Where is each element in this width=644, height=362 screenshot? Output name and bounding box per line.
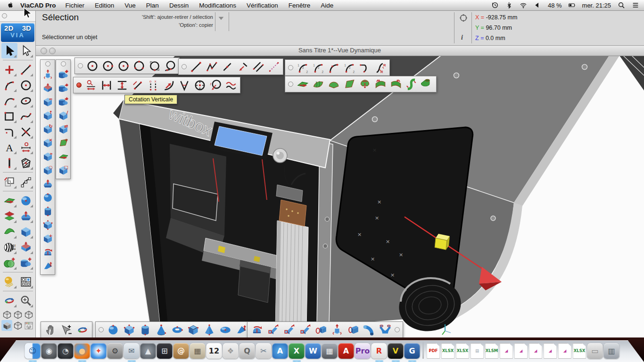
dock-disk-image[interactable]: ▭ (587, 343, 603, 359)
solid-branch[interactable] (377, 322, 393, 337)
segment-tool[interactable] (1, 155, 17, 171)
dock-calculator[interactable]: ▦ (322, 343, 338, 359)
solid-extrude-1[interactable] (265, 322, 281, 337)
dock-chart-document-1[interactable]: ◢ (500, 343, 513, 359)
dock-launchpad[interactable]: ▲ (140, 343, 156, 359)
hatch-tool[interactable] (18, 155, 34, 171)
solid-add-material-tool[interactable]: + (41, 232, 54, 246)
slice-solid-tool[interactable]: ∕ (57, 109, 70, 123)
toolbar-grip[interactable] (395, 327, 400, 332)
draft-analysis-tool[interactable] (18, 239, 34, 255)
dock-quicktime[interactable]: Q (239, 343, 255, 359)
planar-surfaces-tool[interactable] (1, 208, 17, 224)
line-polyline[interactable] (204, 59, 219, 74)
circle-tool[interactable] (18, 77, 34, 93)
circle-center-radius[interactable] (100, 58, 116, 73)
boolean-subtract-tool[interactable]: − (57, 82, 70, 95)
stitch-surfaces-tool[interactable]: + (57, 136, 70, 150)
primitive-sphere[interactable] (105, 322, 121, 337)
arc-start-end[interactable] (326, 60, 341, 75)
menu-fenetre[interactable]: Fenêtre (289, 2, 311, 9)
dock-finder[interactable]: ☺ (25, 343, 41, 359)
dock-excel-document-1[interactable]: XLSX (441, 343, 455, 359)
line-parallel[interactable] (250, 59, 266, 74)
palette-grip[interactable] (2, 13, 7, 18)
boolean-curves-tool[interactable] (1, 255, 17, 271)
dock-excel-document-3[interactable]: XLSX (573, 343, 586, 359)
menu-verification[interactable]: Vérification (247, 2, 278, 9)
orbit-tool[interactable] (74, 322, 91, 337)
shell-solid-tool[interactable]: ○ (41, 164, 54, 177)
menu-aide[interactable]: Aide (321, 2, 333, 9)
orbit-view-tool[interactable] (1, 293, 17, 308)
menu-dessin[interactable]: Dessin (169, 2, 189, 9)
primitive-cone[interactable] (153, 322, 169, 337)
arc-tool[interactable] (1, 77, 17, 93)
solid-revolve[interactable] (249, 322, 265, 337)
toolbar-grip[interactable] (288, 65, 293, 70)
zebra-analysis-tool[interactable]: G1G2 (1, 239, 17, 255)
dock-chart-document-3[interactable]: ◢ (529, 343, 543, 359)
view-wireframe-all[interactable] (1, 309, 12, 320)
smart-dimension[interactable] (83, 78, 99, 92)
solid-sphere-tool[interactable] (41, 191, 54, 205)
circle-center-point[interactable] (84, 58, 100, 73)
spline-tool[interactable] (18, 108, 34, 124)
dock-adobe-reader[interactable]: A (339, 343, 354, 359)
transform-copy-tool[interactable] (1, 174, 17, 189)
view-wireframe[interactable] (12, 309, 23, 320)
dock-excel-macro-document[interactable]: XLSM (485, 343, 499, 359)
ellipse-tool[interactable] (18, 93, 34, 108)
fillet-corner-tool[interactable] (1, 124, 17, 140)
surface-cove[interactable] (388, 77, 404, 91)
solid-loft[interactable] (313, 322, 329, 337)
edit-points-tool[interactable] (18, 174, 34, 189)
radius-dimension[interactable]: r (207, 78, 223, 92)
horizontal-dimension[interactable] (99, 78, 114, 92)
menu-bar-clock[interactable]: mer. 21:25 (582, 2, 611, 9)
view-render-preview[interactable] (23, 320, 34, 331)
dock-collage[interactable]: ▦ (190, 343, 206, 359)
dock-safari[interactable]: ✦ (91, 343, 107, 359)
primitive-torus[interactable] (169, 322, 185, 337)
boolean-union-tool[interactable]: + (57, 68, 70, 82)
tool-options-dropdown[interactable] (217, 15, 225, 21)
line-point-angle[interactable] (235, 59, 250, 74)
toolbar-grip[interactable] (78, 63, 83, 68)
primitive-box[interactable] (185, 322, 201, 337)
spotlight-icon[interactable] (617, 1, 625, 9)
dock-pdf-document[interactable]: PDF (427, 343, 440, 359)
split-solid-tool[interactable]: ⇄ (57, 123, 70, 136)
dock-calendar[interactable]: 12 (206, 343, 222, 359)
solid-sweep[interactable] (297, 322, 313, 337)
select-tool[interactable] (1, 43, 17, 58)
pan-tool[interactable] (42, 322, 58, 337)
surface-dome[interactable] (326, 77, 341, 91)
boolean-solids-tool[interactable] (18, 255, 34, 271)
solid-extrude-up[interactable] (329, 322, 345, 337)
solid-pipe[interactable] (345, 322, 361, 337)
fillet-radius-curve[interactable]: RR (372, 60, 388, 75)
volume-icon[interactable] (534, 1, 542, 9)
view-hidden-line[interactable] (23, 309, 34, 320)
arc-tangent[interactable] (357, 60, 372, 75)
diameter-dimension[interactable] (192, 78, 207, 92)
solid-cylinder-tool[interactable] (41, 205, 54, 218)
primitive-ellipsoid[interactable] (217, 322, 233, 337)
dock-chart-document-4[interactable]: ◢ (544, 343, 557, 359)
solid-wedge-tool[interactable] (41, 259, 54, 273)
surface-twist[interactable] (404, 77, 419, 91)
surface-extrude[interactable] (295, 77, 310, 91)
solid-cube-tool[interactable] (18, 224, 34, 239)
arc-center-start-end[interactable]: 123 (310, 60, 326, 75)
dock-app-store[interactable]: A (272, 343, 288, 359)
surface-sheet[interactable] (341, 77, 357, 91)
dock-chart-document-5[interactable]: ◢ (558, 343, 572, 359)
vertical-dimension[interactable] (114, 78, 130, 92)
text-tool[interactable]: A (1, 140, 17, 155)
curve-tool[interactable] (1, 93, 17, 108)
toolbar-grip[interactable] (182, 64, 187, 69)
extrude-face-tool[interactable] (41, 68, 54, 82)
dock-photos[interactable]: ❖ (223, 343, 239, 359)
line-single[interactable] (188, 59, 204, 74)
